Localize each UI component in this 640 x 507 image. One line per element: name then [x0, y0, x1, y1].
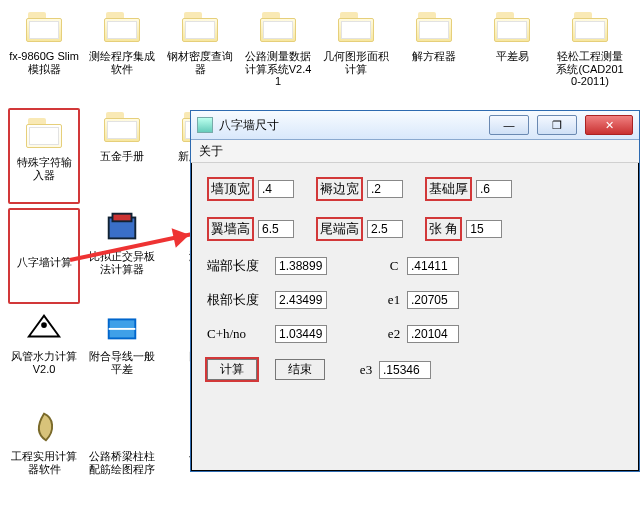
calc-button[interactable]: 计算 — [207, 359, 257, 380]
input-wing-height[interactable] — [258, 220, 294, 238]
label-angle: 张 角 — [425, 217, 462, 241]
input-tail-height[interactable] — [367, 220, 403, 238]
folder-special-chars[interactable]: 特殊字符输入器 — [8, 108, 80, 204]
end-button[interactable]: 结束 — [275, 359, 325, 380]
minimize-button[interactable]: — — [489, 115, 529, 135]
label-end-length: 端部长度 — [207, 257, 275, 275]
label-e1: e1 — [381, 292, 407, 308]
folder-geometry-area[interactable]: 几何图形面积计算 — [320, 8, 392, 104]
output-end-length[interactable] — [275, 257, 327, 275]
label-wing-height: 翼墙高 — [207, 217, 254, 241]
maximize-button[interactable]: ❐ — [537, 115, 577, 135]
label-pad-width: 褥边宽 — [316, 177, 363, 201]
folder-fx9860g[interactable]: fx-9860G Slim 模拟器 — [8, 8, 80, 104]
close-button[interactable]: ✕ — [585, 115, 633, 135]
app-bazi-wall-calc[interactable]: 八字墙计算 — [8, 208, 80, 304]
menubar: 关于 — [191, 140, 639, 163]
output-e2[interactable] — [407, 325, 459, 343]
input-top-width[interactable] — [258, 180, 294, 198]
window-title: 八字墙尺寸 — [219, 117, 279, 134]
folder-equation-solver[interactable]: 解方程器 — [398, 8, 470, 104]
label-e2: e2 — [381, 326, 407, 342]
folder-road-measure-v241[interactable]: 公路测量数据计算系统V2.41 — [242, 8, 314, 104]
folder-hardware-manual[interactable]: 五金手册 — [86, 108, 158, 204]
app-icon — [197, 117, 213, 133]
app-window: 八字墙尺寸 — ❐ ✕ 关于 墙顶宽 褥边宽 基础厚 翼墙高 尾端高 张 角 端… — [190, 110, 640, 472]
label-base-thick: 基础厚 — [425, 177, 472, 201]
app-bridge-pier-rebar[interactable]: 公路桥梁柱柱配筋绘图程序 — [86, 408, 158, 504]
folder-steel-density[interactable]: 钢材密度查询器 — [164, 8, 236, 104]
input-pad-width[interactable] — [367, 180, 403, 198]
menu-about[interactable]: 关于 — [199, 143, 223, 160]
app-duct-hydraulic[interactable]: 风管水力计算V2.0 — [8, 308, 80, 404]
output-C[interactable] — [407, 257, 459, 275]
label-root-length: 根部长度 — [207, 291, 275, 309]
svg-rect-1 — [113, 214, 132, 222]
label-C-h-no: C+h/no — [207, 326, 275, 342]
form-area: 墙顶宽 褥边宽 基础厚 翼墙高 尾端高 张 角 端部长度 C 根部长度 e1 C… — [191, 163, 639, 410]
app-eng-calculator[interactable]: 工程实用计算器软件 — [8, 408, 80, 504]
app-traverse-adjust[interactable]: 附合导线一般平差 — [86, 308, 158, 404]
output-e3[interactable] — [379, 361, 431, 379]
label-C: C — [381, 258, 407, 274]
output-C-h-no[interactable] — [275, 325, 327, 343]
label-e3: e3 — [353, 362, 379, 378]
output-e1[interactable] — [407, 291, 459, 309]
folder-easy-survey-cad[interactable]: 轻松工程测量系统(CAD2010-2011) — [554, 8, 626, 104]
label-tail-height: 尾端高 — [316, 217, 363, 241]
svg-point-2 — [41, 322, 47, 328]
output-root-length[interactable] — [275, 291, 327, 309]
input-angle[interactable] — [466, 220, 502, 238]
label-top-width: 墙顶宽 — [207, 177, 254, 201]
titlebar[interactable]: 八字墙尺寸 — ❐ ✕ — [191, 111, 639, 140]
folder-pingchayi[interactable]: 平差易 — [476, 8, 548, 104]
input-base-thick[interactable] — [476, 180, 512, 198]
folder-survey-suite[interactable]: 测绘程序集成软件 — [86, 8, 158, 104]
